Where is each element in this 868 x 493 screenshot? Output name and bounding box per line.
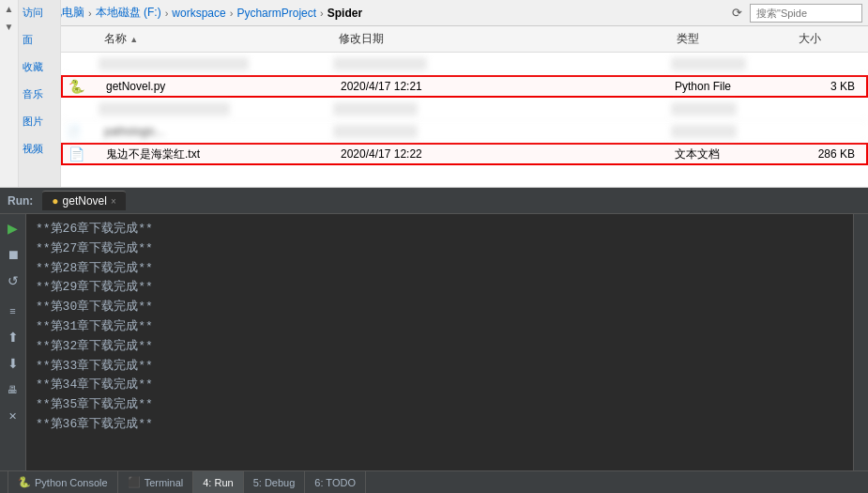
file-list-body: 🐍 getNovel.py 2020/4/17 12:21 Python Fil… <box>61 53 868 165</box>
console-line: **第34章下载完成** <box>36 376 844 395</box>
breadcrumb-spider: Spider <box>327 7 362 20</box>
row-date <box>333 57 427 70</box>
row-name: 鬼边不是海棠红.txt <box>100 146 335 162</box>
ide-left-toolbar: ▶ ⏹ ↺ ≡ ⬆ ⬇ 🖶 ✕ <box>0 214 26 470</box>
python-console-label: Python Console <box>35 477 108 488</box>
row-size: 3 KB <box>791 80 866 93</box>
rerun-button[interactable]: ↺ <box>3 270 23 291</box>
row-date: 2020/4/17 12:21 <box>335 80 669 93</box>
header-date-col[interactable]: 修改日期 <box>333 29 671 49</box>
table-row[interactable]: 📄 鬼边不是海棠红.txt 2020/4/17 12:22 文本文档 286 K… <box>61 143 868 165</box>
console-line: **第27章下载完成** <box>36 239 844 259</box>
tab-terminal[interactable]: ⬛ Terminal <box>118 471 194 493</box>
console-line: **第31章下载完成** <box>36 317 844 337</box>
file-explorer: ← ↑ 此电脑 › 本地磁盘 (F:) › workspace › Pychar… <box>0 0 868 188</box>
link-collect[interactable]: 收藏 <box>23 60 43 74</box>
console-line: **第30章下载完成** <box>36 298 844 317</box>
table-row[interactable] <box>61 98 868 120</box>
header-type-col[interactable]: 类型 <box>671 29 793 49</box>
console-line: **第33章下载完成** <box>36 357 844 377</box>
terminal-icon: ⬛ <box>128 476 141 488</box>
row-name: pathologic... <box>99 125 333 138</box>
run-label-status: 4: Run <box>203 477 233 488</box>
run-label: Run: <box>8 194 33 208</box>
python-console-icon: 🐍 <box>18 476 31 488</box>
file-name-text: 鬼边不是海棠红.txt <box>106 146 200 162</box>
scroll-down-button[interactable]: ⬇ <box>3 353 23 374</box>
table-row[interactable] <box>61 53 868 75</box>
breadcrumb-workspace[interactable]: workspace <box>172 7 225 20</box>
file-name-text: getNovel.py <box>106 80 165 93</box>
row-name <box>99 102 230 116</box>
row-icon: 📄 <box>61 125 99 138</box>
close-button[interactable]: ✕ <box>3 406 23 426</box>
row-type <box>671 125 737 138</box>
console-line: **第29章下载完成** <box>36 278 844 298</box>
run-tab-bar: Run: ● getNovel × <box>0 188 868 214</box>
table-row[interactable]: 🐍 getNovel.py 2020/4/17 12:21 Python Fil… <box>61 75 868 98</box>
table-row[interactable]: 📄 pathologic... <box>61 120 868 143</box>
left-sidebar: ▲ ▼ <box>0 0 19 187</box>
print-button[interactable]: 🖶 <box>3 379 23 400</box>
sep2: › <box>165 8 169 19</box>
link-access[interactable]: 访问 <box>23 6 43 20</box>
row-name: getNovel.py <box>100 80 335 93</box>
link-photos[interactable]: 图片 <box>23 115 43 129</box>
breadcrumb-bar: ← ↑ 此电脑 › 本地磁盘 (F:) › workspace › Pychar… <box>0 0 868 26</box>
quick-links: 访问 面 收藏 音乐 图片 视频 <box>19 0 61 187</box>
debug-label: 5: Debug <box>253 477 296 488</box>
run-button[interactable]: ▶ <box>3 218 23 239</box>
terminal-label: Terminal <box>145 477 184 488</box>
console-output[interactable]: **第26章下载完成** **第27章下载完成** **第28章下载完成** *… <box>26 214 853 470</box>
sep4: › <box>320 8 324 19</box>
breadcrumb-path: 此电脑 › 本地磁盘 (F:) › workspace › PycharmPro… <box>51 5 723 21</box>
run-tab-name: getNovel <box>63 194 107 208</box>
row-date: 2020/4/17 12:22 <box>335 147 669 161</box>
scroll-up-button[interactable]: ⬆ <box>3 327 23 347</box>
breadcrumb-drive[interactable]: 本地磁盘 (F:) <box>96 5 161 21</box>
file-list-header: 名称 ▲ 修改日期 类型 大小 <box>61 26 868 53</box>
run-tab-close[interactable]: × <box>111 196 116 207</box>
header-size-col[interactable]: 大小 <box>793 29 868 49</box>
row-type <box>671 102 737 116</box>
link-face[interactable]: 面 <box>23 33 33 47</box>
tab-debug[interactable]: 5: Debug <box>244 471 306 493</box>
console-line: **第28章下载完成** <box>36 259 844 279</box>
console-line: **第26章下载完成** <box>36 220 844 239</box>
ide-body: ▶ ⏹ ↺ ≡ ⬆ ⬇ 🖶 ✕ **第26章下载完成** **第27章下载完成*… <box>0 214 868 470</box>
row-type: Python File <box>669 80 791 93</box>
breadcrumb-project[interactable]: PycharmProject <box>236 7 316 20</box>
sep3: › <box>230 8 234 19</box>
run-tab-getnovel[interactable]: ● getNovel × <box>42 191 125 210</box>
row-name <box>99 57 249 70</box>
tab-todo[interactable]: 6: TODO <box>305 471 366 493</box>
menu-button[interactable]: ≡ <box>3 300 23 321</box>
link-music[interactable]: 音乐 <box>23 87 43 101</box>
row-icon: 📄 <box>63 146 100 162</box>
sep1: › <box>88 8 92 19</box>
sort-arrow-name: ▲ <box>129 35 138 44</box>
search-input[interactable] <box>750 4 862 23</box>
status-bar: 🐍 Python Console ⬛ Terminal 4: Run 5: De… <box>0 470 868 493</box>
tab-run[interactable]: 4: Run <box>193 471 243 493</box>
sidebar-arrow-up[interactable]: ▲ <box>5 4 14 14</box>
link-videos[interactable]: 视频 <box>23 142 43 156</box>
right-sidebar-ide <box>853 214 868 470</box>
console-line: **第36章下载完成** <box>36 415 844 435</box>
header-name-col[interactable]: 名称 ▲ <box>99 29 333 49</box>
file-name-blurred: pathologic... <box>104 125 165 138</box>
row-type: 文本文档 <box>669 146 791 162</box>
stop-button[interactable]: ⏹ <box>3 244 23 265</box>
sidebar-arrow-down[interactable]: ▼ <box>5 22 14 32</box>
console-line: **第32章下载完成** <box>36 337 844 357</box>
row-type <box>671 57 746 70</box>
row-date <box>333 125 418 138</box>
row-icon: 🐍 <box>63 79 100 94</box>
python-file-icon: 🐍 <box>69 79 84 94</box>
todo-label: 6: TODO <box>314 477 356 488</box>
tab-python-console[interactable]: 🐍 Python Console <box>8 471 118 493</box>
refresh-button[interactable]: ⟳ <box>727 4 746 23</box>
file-list-area: 名称 ▲ 修改日期 类型 大小 🐍 getNovel.py <box>61 26 868 187</box>
row-date <box>333 102 418 116</box>
row-size: 286 KB <box>791 147 866 161</box>
